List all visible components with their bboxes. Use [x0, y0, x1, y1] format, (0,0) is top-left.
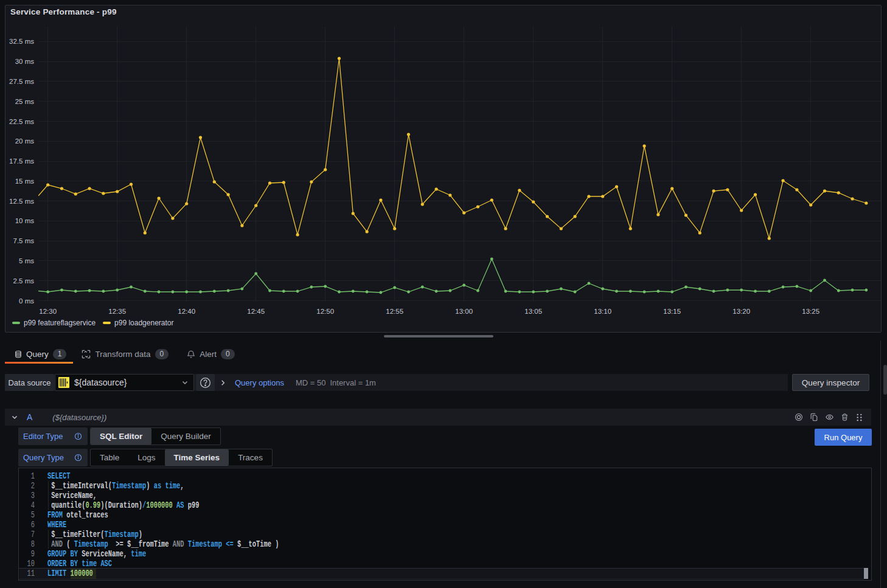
svg-text:13:15: 13:15: [663, 308, 681, 315]
svg-text:12:40: 12:40: [178, 308, 195, 315]
svg-text:13:10: 13:10: [594, 308, 611, 315]
svg-text:2.5 ms: 2.5 ms: [13, 277, 34, 285]
svg-text:10 ms: 10 ms: [15, 217, 35, 224]
svg-text:27.5 ms: 27.5 ms: [9, 78, 34, 85]
svg-text:7.5 ms: 7.5 ms: [13, 237, 34, 244]
svg-text:20 ms: 20 ms: [15, 137, 35, 145]
svg-text:25 ms: 25 ms: [15, 98, 35, 105]
svg-text:13:00: 13:00: [455, 308, 473, 315]
svg-text:22.5 ms: 22.5 ms: [9, 118, 34, 125]
svg-text:0 ms: 0 ms: [19, 297, 34, 305]
svg-text:5 ms: 5 ms: [19, 257, 34, 265]
svg-text:30 ms: 30 ms: [15, 58, 35, 65]
svg-text:32.5 ms: 32.5 ms: [9, 38, 34, 45]
svg-text:12:30: 12:30: [39, 308, 57, 315]
svg-text:13:20: 13:20: [732, 308, 750, 315]
svg-text:12:35: 12:35: [108, 308, 126, 315]
svg-text:17.5 ms: 17.5 ms: [9, 157, 34, 165]
svg-text:13:25: 13:25: [802, 308, 819, 315]
svg-text:13:05: 13:05: [524, 308, 542, 315]
svg-text:12:55: 12:55: [386, 308, 403, 315]
svg-text:12:50: 12:50: [316, 308, 334, 315]
svg-text:12.5 ms: 12.5 ms: [9, 198, 34, 205]
svg-text:15 ms: 15 ms: [15, 178, 35, 185]
svg-text:12:45: 12:45: [247, 308, 265, 315]
